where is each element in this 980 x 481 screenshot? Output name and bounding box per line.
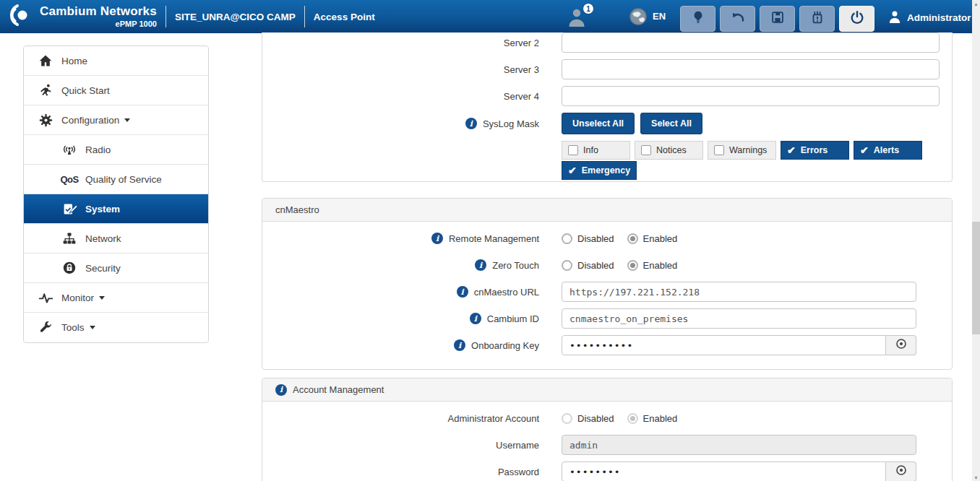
antenna-icon [60, 142, 79, 157]
admin-account-enabled-radio: Enabled [627, 413, 678, 424]
network-tree-icon [60, 231, 79, 246]
syslog-toggles-row: Info Notices Warnings ✔ Errors [262, 141, 952, 180]
user-menu-label: Administrator [907, 12, 971, 23]
zero-touch-enabled-radio[interactable]: Enabled [627, 260, 678, 271]
checkmark-icon: ✔ [568, 165, 577, 176]
server4-input[interactable] [562, 86, 940, 106]
password-label: Password [262, 462, 562, 481]
server3-input[interactable] [562, 59, 940, 79]
checkmark-icon: ✔ [860, 145, 869, 155]
header-divider [166, 6, 166, 27]
sidebar-item-network[interactable]: Network [24, 224, 208, 254]
page-scrollbar[interactable]: ▲ ▼ [972, 0, 980, 481]
tooltips-button[interactable] [680, 6, 715, 32]
password-input[interactable] [562, 462, 886, 481]
logout-button[interactable] [839, 6, 874, 32]
scrollbar-thumb[interactable] [972, 222, 980, 334]
sidebar-item-security[interactable]: Security [24, 254, 208, 283]
cnmaestro-url-input[interactable] [562, 282, 916, 302]
floppy-save-icon [770, 9, 786, 28]
eye-icon [895, 464, 908, 480]
server4-label: Server 4 [262, 86, 562, 106]
checkbox-unchecked-icon [641, 145, 651, 155]
remote-management-label: Remote Management [449, 233, 539, 244]
cnmaestro-url-label: cnMaestro URL [474, 287, 539, 298]
language-globe-icon[interactable] [629, 7, 648, 29]
account-title: Account Management [293, 384, 384, 395]
sidebar-item-qos[interactable]: QoS Quality of Service [24, 165, 208, 194]
save-button[interactable] [760, 6, 795, 32]
info-icon: i [431, 233, 443, 244]
site-name: SITE_UNRA@CICO CAMP [175, 12, 296, 22]
cnmaestro-url-row: i cnMaestro URL [262, 282, 952, 302]
scroll-down-icon[interactable]: ▼ [972, 474, 980, 481]
sidebar-item-home[interactable]: Home [24, 46, 208, 76]
radio-unselected-icon [562, 260, 572, 271]
brand-model: ePMP 1000 [40, 20, 157, 28]
cambium-id-input[interactable] [562, 308, 916, 329]
toggle-emergency[interactable]: ✔ Emergency [562, 161, 637, 180]
user-menu[interactable]: Administrator [888, 9, 980, 26]
sidebar-item-tools[interactable]: Tools [24, 313, 208, 342]
unselect-all-button[interactable]: Unselect All [562, 113, 635, 134]
toggle-notices[interactable]: Notices [635, 141, 703, 160]
administrator-account-label: Administrator Account [262, 408, 562, 428]
server3-label: Server 3 [262, 59, 562, 79]
runner-icon [36, 83, 55, 98]
sidebar-item-label: Tools [61, 322, 85, 333]
radio-selected-icon [627, 233, 638, 244]
pulse-icon [36, 290, 55, 306]
username-input[interactable] [562, 435, 916, 455]
sidebar-item-system[interactable]: System [24, 194, 208, 224]
sidebar-item-monitor[interactable]: Monitor [24, 283, 208, 313]
home-icon [36, 53, 55, 68]
select-all-button[interactable]: Select All [640, 113, 702, 134]
syslog-panel: Server 2 Server 3 Server 4 i SysLog Mask… [262, 32, 953, 182]
password-row: Password [262, 462, 952, 481]
server2-row: Server 2 [262, 32, 952, 53]
syslog-mask-row: i SysLog Mask Unselect All Select All [262, 113, 952, 134]
server2-label: Server 2 [262, 32, 562, 53]
reboot-device-icon [809, 9, 825, 28]
syslog-mask-label: SysLog Mask [483, 118, 539, 129]
username-label: Username [262, 435, 562, 455]
chevron-down-icon [99, 296, 105, 300]
toggle-errors[interactable]: ✔ Errors [781, 141, 849, 160]
server2-input[interactable] [562, 32, 940, 53]
sidebar-item-radio[interactable]: Radio [24, 135, 208, 165]
sidebar-nav: Home Quick Start [23, 46, 209, 343]
sidebar-item-label: Home [61, 56, 87, 66]
revert-changes-button[interactable] [720, 6, 755, 32]
notification-count-badge: 1 [583, 3, 594, 14]
sidebar-item-label: System [85, 204, 120, 214]
cnmaestro-title: cnMaestro [275, 204, 319, 215]
sidebar-item-configuration[interactable]: Configuration [24, 105, 208, 135]
lightbulb-icon [690, 9, 706, 28]
admin-account-disabled-radio: Disabled [562, 413, 614, 424]
toggle-alerts[interactable]: ✔ Alerts [854, 141, 922, 160]
remote-management-enabled-radio[interactable]: Enabled [627, 233, 678, 244]
language-code[interactable]: EN [653, 11, 666, 22]
header-divider [304, 6, 305, 27]
toggle-info[interactable]: Info [562, 141, 630, 160]
remote-management-disabled-radio[interactable]: Disabled [562, 233, 614, 244]
sidebar-item-label: Security [85, 263, 121, 274]
padlock-icon [60, 261, 79, 275]
toggle-warnings[interactable]: Warnings [708, 141, 776, 160]
reboot-device-button[interactable] [799, 6, 835, 32]
reveal-onboarding-key-button[interactable] [886, 335, 916, 355]
username-row: Username [262, 435, 952, 455]
sidebar-item-label: Configuration [61, 115, 119, 126]
remote-management-row: i Remote Management Disabled Enabled [262, 228, 952, 248]
sidebar-item-quick-start[interactable]: Quick Start [24, 76, 208, 105]
radio-selected-icon [627, 413, 638, 424]
server4-row: Server 4 [262, 86, 952, 106]
info-icon: i [465, 118, 477, 129]
epmp-admin-page: Cambium Networks ePMP 1000 SITE_UNRA@CIC… [0, 0, 980, 481]
onboarding-key-input[interactable] [562, 335, 886, 355]
brand-name: Cambium Networks [40, 5, 157, 17]
scroll-up-icon[interactable]: ▲ [972, 0, 980, 7]
zero-touch-disabled-radio[interactable]: Disabled [562, 260, 614, 271]
reveal-password-button[interactable] [886, 462, 916, 481]
notifications-button[interactable]: 1 [567, 6, 589, 28]
